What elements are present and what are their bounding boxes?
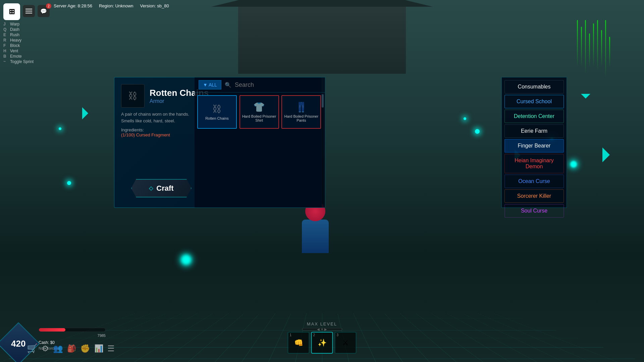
- triangle-deco-1: [82, 107, 94, 119]
- grid-item-prisoner-pants[interactable]: 👖 Hard Boiled Prisoner Pants: [281, 95, 321, 129]
- items-grid-panel: ▼ ALL 🔍 ⛓ Rotten Chains 👕 Hard Boiled Pr…: [195, 77, 325, 208]
- settings-icon[interactable]: ⚙: [42, 344, 49, 353]
- category-panel: Consumables Cursed School Detention Cent…: [501, 77, 567, 208]
- teal-dot-5: [475, 129, 480, 134]
- level-number: 420: [11, 339, 25, 348]
- teal-dot-4: [181, 255, 191, 265]
- item-label-prisoner-shirt: Hard Boiled Prisoner Shirt: [240, 114, 278, 122]
- shop-icon[interactable]: 🛒: [27, 343, 38, 354]
- health-bar-fill: [39, 328, 65, 331]
- server-info: Server Age: 8:28:56 Region: Unknown Vers…: [54, 3, 169, 8]
- roblox-logo[interactable]: ⊞: [3, 3, 20, 20]
- hamburger-line-3: [25, 13, 32, 13]
- filter-button[interactable]: ▼ ALL: [199, 80, 221, 89]
- keybind-warp: JWarp: [3, 22, 34, 26]
- category-detention-center[interactable]: Detention Center: [504, 110, 564, 123]
- teal-dot-1: [67, 181, 71, 185]
- teal-dot-2: [59, 127, 61, 130]
- bag-icon[interactable]: 🎒: [67, 344, 76, 353]
- hotbar: MAX LEVEL ◀ ✦ ▶ 1 👊 2 ✨ 3 ⚔: [288, 321, 357, 354]
- green-lines-decoration: [577, 20, 617, 80]
- bottom-actions: 🛒 ⚙ 👥 🎒 ✊ 📊 ☰: [27, 343, 115, 354]
- craft-button[interactable]: Craft: [131, 179, 192, 197]
- keybind-emote: BEmote: [3, 54, 34, 59]
- teal-dot-7: [464, 117, 466, 120]
- keybind-heavy: RHeavy: [3, 38, 34, 43]
- keybind-vent: HVent: [3, 49, 34, 53]
- category-heian-imaginary-demon[interactable]: Heian Imaginary Demon: [504, 154, 564, 173]
- triangle-deco-3: [602, 147, 617, 162]
- item-icon-prisoner-pants: 👖: [296, 102, 307, 113]
- filter-label: ▼ ALL: [203, 82, 217, 87]
- search-bar: ▼ ALL 🔍: [195, 77, 325, 93]
- item-icon-rotten-chains: ⛓: [212, 104, 222, 115]
- category-soul-curse[interactable]: Soul Curse: [504, 204, 564, 218]
- menu-icon[interactable]: ☰: [107, 344, 115, 353]
- server-region: Region: Unknown: [99, 3, 133, 8]
- keybind-block: FBlock: [3, 43, 34, 48]
- grid-item-prisoner-shirt[interactable]: 👕 Hard Boiled Prisoner Shirt: [239, 95, 279, 129]
- level-diamond: 420: [0, 322, 40, 362]
- keybind-dash: QDash: [3, 27, 34, 32]
- hamburger-line-1: [25, 9, 32, 9]
- item-icon: ⛓: [121, 84, 145, 108]
- keybind-sprint: ~Toggle Sprint: [3, 59, 34, 64]
- chat-badge: 2: [46, 3, 51, 9]
- triangle-deco-4: [581, 94, 590, 103]
- building-decoration: [238, 0, 406, 74]
- scroll-thumb: [322, 94, 324, 108]
- max-level-text: MAX LEVEL: [307, 321, 337, 326]
- search-icon: 🔍: [225, 82, 231, 88]
- player-character: [295, 201, 335, 268]
- category-finger-bearer[interactable]: Finger Bearer: [504, 139, 564, 153]
- skills-icon[interactable]: ✊: [80, 344, 90, 353]
- currency-display: 7985: [39, 334, 106, 338]
- search-input[interactable]: [235, 81, 321, 88]
- hamburger-line-2: [25, 11, 32, 11]
- health-bar-track: [39, 328, 106, 332]
- hotbar-icons: 1 👊 2 ✨ 3 ⚔: [288, 332, 357, 354]
- stats-icon[interactable]: 📊: [94, 344, 103, 353]
- items-grid: ⛓ Rotten Chains 👕 Hard Boiled Prisoner S…: [195, 93, 325, 131]
- category-cursed-school[interactable]: Cursed School: [504, 95, 564, 108]
- category-consumables[interactable]: Consumables: [504, 80, 564, 94]
- grid-item-rotten-chains[interactable]: ⛓ Rotten Chains: [197, 95, 237, 129]
- hotbar-slot-2[interactable]: 2 ✨: [311, 332, 333, 354]
- item-label-rotten-chains: Rotten Chains: [204, 116, 230, 120]
- keybinds-panel: JWarp QDash ERush RHeavy FBlock HVent BE…: [3, 22, 34, 65]
- hamburger-button[interactable]: [23, 5, 35, 17]
- chat-button[interactable]: 💬 2: [38, 5, 50, 17]
- teal-dot-6: [570, 161, 577, 168]
- keybind-rush: ERush: [3, 33, 34, 37]
- social-icon[interactable]: 👥: [53, 344, 63, 353]
- level-inner: 420: [11, 339, 25, 348]
- category-ocean-curse[interactable]: Ocean Curse: [504, 175, 564, 188]
- category-eerie-farm[interactable]: Eerie Farm: [504, 124, 564, 138]
- item-label-prisoner-pants: Hard Boiled Prisoner Pants: [282, 114, 320, 122]
- category-sorcerer-killer[interactable]: Sorcerer Killer: [504, 189, 564, 203]
- hotbar-xp-bar: ◀ ✦ ▶: [302, 328, 342, 330]
- item-icon-prisoner-shirt: 👕: [253, 102, 265, 113]
- craft-button-label: Craft: [156, 184, 173, 193]
- scroll-track[interactable]: [322, 94, 324, 204]
- char-body: [302, 220, 329, 253]
- hotbar-slot-3[interactable]: 3 ⚔: [335, 332, 357, 354]
- hotbar-slot-1[interactable]: 1 👊: [288, 332, 310, 354]
- server-version: Version: sb_80: [140, 3, 169, 8]
- server-age: Server Age: 8:28:56: [54, 3, 92, 8]
